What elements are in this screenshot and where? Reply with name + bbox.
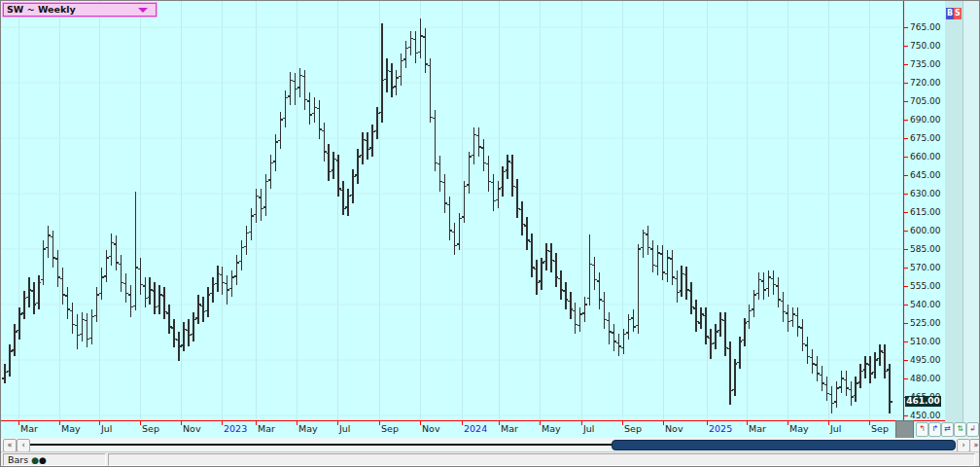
price-tick (904, 360, 908, 361)
time-tick (59, 421, 60, 425)
symbol-timeframe-label: SW ~ Weekly (7, 4, 76, 16)
symbol-timeframe-dropdown[interactable]: SW ~ Weekly (3, 3, 157, 17)
month-label: Mar (749, 423, 766, 434)
price-tick (904, 305, 908, 305)
buy-button[interactable]: B (946, 8, 954, 19)
time-axis: MarMayJulSepNov2023MarMayJulSepNov2024Ma… (1, 421, 895, 437)
price-tick (904, 231, 908, 232)
price-tick (904, 268, 908, 269)
price-tick (904, 415, 908, 416)
scrollbar-track[interactable] (30, 444, 613, 446)
time-tick (18, 421, 19, 425)
time-tick (379, 421, 380, 425)
scroll-far-right-button[interactable]: » (969, 439, 980, 452)
month-label: Nov (422, 423, 440, 434)
price-label: 645.00 (910, 170, 941, 180)
bars-status-panel: Bars ●● (3, 453, 106, 466)
time-tick (140, 421, 141, 425)
price-axis[interactable]: 461.00 765.00750.00735.00720.00705.00690… (903, 1, 946, 420)
chart-tool-button-icon[interactable]: ↰ (916, 422, 928, 437)
chart-tool-button-icon[interactable]: ⇄ (941, 422, 954, 437)
price-label: 555.00 (910, 281, 941, 291)
price-label: 705.00 (910, 96, 941, 106)
last-price-badge: 461.00 (905, 396, 941, 407)
price-label: 660.00 (910, 152, 941, 162)
time-tick (337, 421, 338, 425)
scrollbar-thumb[interactable] (612, 440, 956, 450)
time-tick (420, 421, 421, 425)
month-label: Sep (871, 423, 889, 434)
price-tick (904, 378, 908, 379)
price-label: 495.00 (910, 355, 941, 365)
price-tick (904, 194, 908, 195)
time-tick (747, 421, 748, 425)
time-tick (256, 421, 257, 425)
price-label: 450.00 (910, 411, 941, 420)
time-tick (869, 421, 870, 425)
month-label: Jul (583, 423, 594, 434)
price-tick (904, 46, 908, 47)
chart-tool-button-icon[interactable]: ↲ (966, 422, 979, 437)
status-dot-icon: ● (31, 455, 39, 465)
month-label: Jul (339, 423, 350, 434)
price-label: 765.00 (910, 22, 941, 32)
price-tick (904, 286, 908, 287)
month-label: Mar (501, 423, 518, 434)
time-tick (99, 421, 100, 425)
price-label: 720.00 (910, 78, 941, 88)
time-tick (181, 421, 182, 425)
price-tick (904, 120, 908, 121)
price-tick (904, 341, 908, 342)
chevron-down-icon (138, 8, 148, 13)
time-tick (581, 421, 582, 425)
price-tick (904, 212, 908, 213)
time-tick (222, 421, 223, 425)
year-label: 2023 (224, 423, 247, 434)
price-tick (904, 64, 908, 65)
price-label: 690.00 (910, 115, 941, 125)
year-label: 2024 (464, 423, 487, 434)
chart-plot-area[interactable] (1, 1, 903, 420)
sell-button[interactable]: S (954, 8, 962, 19)
time-tick (828, 421, 829, 425)
time-tick (462, 421, 463, 425)
time-tick (297, 421, 298, 425)
price-tick (904, 323, 908, 324)
month-label: Jul (101, 423, 112, 434)
vertical-scrollbar[interactable] (945, 1, 963, 437)
price-label: 525.00 (910, 318, 941, 328)
chart-window: SW ~ Weekly 461.00 765.00750.00735.00720… (0, 0, 980, 467)
price-tick (904, 83, 908, 84)
status-dot-icon: ● (39, 455, 47, 465)
price-label: 510.00 (910, 337, 941, 346)
price-tick (904, 249, 908, 250)
price-tick (904, 175, 908, 176)
right-margin-strip (963, 1, 979, 437)
month-label: Nov (183, 423, 201, 434)
month-label: Mar (258, 423, 275, 434)
month-label: May (789, 423, 809, 434)
time-tick (499, 421, 500, 425)
month-label: Sep (624, 423, 642, 434)
month-label: Mar (20, 423, 38, 434)
status-bar: Bars ●● (1, 451, 979, 467)
month-label: Nov (665, 423, 683, 434)
price-label: 630.00 (910, 189, 941, 198)
time-tick (622, 421, 623, 425)
month-label: May (298, 423, 318, 434)
chart-tool-button-icon[interactable]: ⇅ (954, 422, 966, 437)
price-tick (904, 138, 908, 139)
scroll-right-button[interactable]: › (957, 439, 970, 452)
chart-tool-button-icon[interactable]: ↱ (928, 422, 941, 437)
price-label: 540.00 (910, 300, 941, 309)
horizontal-scrollbar: « ‹ › » (1, 438, 979, 451)
scroll-left-button[interactable]: ‹ (17, 439, 30, 452)
price-label: 735.00 (910, 59, 941, 69)
month-label: May (542, 423, 561, 434)
time-tick (540, 421, 541, 425)
price-label: 480.00 (910, 374, 941, 383)
month-label: Jul (830, 423, 841, 434)
price-label: 570.00 (910, 263, 941, 272)
scroll-far-left-button[interactable]: « (3, 439, 17, 452)
status-empty-panel (108, 453, 975, 466)
